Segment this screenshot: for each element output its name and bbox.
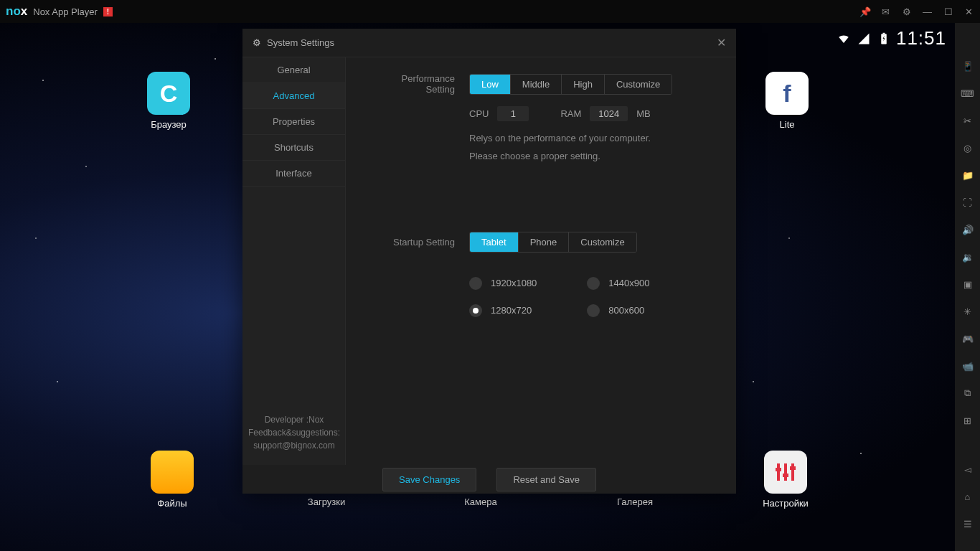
right-toolbar: 📱 ⌨ ✂ ◎ 📁 ⛶ 🔊 🔉 ▣ ✳ 🎮 📹 ⧉ ⊞ ◅ ⌂ ☰ — [955, 23, 980, 551]
volume-down-icon[interactable]: 🔉 — [961, 250, 975, 264]
settings-sidebar: GeneralAdvancedPropertiesShortcutsInterf… — [242, 57, 346, 465]
perf-option-middle[interactable]: Middle — [511, 75, 562, 94]
save-button[interactable]: Save Changes — [382, 468, 476, 491]
resolution-1280x720[interactable]: 1280x720 — [469, 304, 537, 317]
reset-button[interactable]: Reset and Save — [496, 468, 596, 491]
startup-option-tablet[interactable]: Tablet — [470, 232, 519, 252]
feedback-line: Feedback&suggestions: — [247, 426, 341, 439]
titlebar: nox Nox App Player ! 📌 ✉ ⚙ — ☐ ✕ — [0, 0, 980, 23]
resolution-1920x1080[interactable]: 1920x1080 — [469, 277, 537, 290]
svg-rect-7 — [790, 466, 796, 470]
app-label: Галерея — [603, 496, 667, 507]
controller-icon[interactable]: 🎮 — [961, 331, 975, 346]
radio-dot — [587, 304, 600, 317]
android-viewport: 11:51 CБраузерfLiteФайлыЗагрузкиКамераГа… — [0, 23, 955, 551]
rotate-icon[interactable]: 📱 — [961, 59, 975, 73]
cpu-label: CPU — [469, 108, 489, 119]
startup-option-customize[interactable]: Customize — [569, 232, 636, 252]
app-label: Lite — [755, 119, 819, 130]
resolution-800x600[interactable]: 800x600 — [587, 304, 649, 317]
app-settings[interactable]: Настройки — [753, 451, 818, 509]
performance-row: Performance Setting LowMiddleHighCustomi… — [370, 73, 712, 95]
radio-dot — [587, 277, 600, 290]
perf-option-customize[interactable]: Customize — [605, 75, 672, 94]
record-icon[interactable]: 📹 — [961, 359, 975, 373]
performance-help-1: Relys on the performance of your compute… — [469, 131, 712, 146]
app-files[interactable]: Файлы — [140, 451, 204, 509]
app-label: Настройки — [753, 498, 818, 509]
performance-help-2: Please choose a proper setting. — [469, 149, 712, 164]
gear-icon[interactable]: ⚙ — [901, 6, 912, 17]
apk-icon[interactable]: ▣ — [961, 277, 975, 291]
tab-general[interactable]: General — [242, 57, 345, 83]
logo: nox — [6, 4, 27, 19]
shake-icon[interactable]: ✳ — [961, 304, 975, 319]
resolution-grid: 1920x10801280x720 1440x900800x600 — [469, 277, 712, 317]
developer-line: Developer :Nox — [247, 413, 341, 426]
app-downloads[interactable]: Загрузки — [294, 496, 359, 507]
add-icon[interactable]: ⊞ — [961, 413, 975, 428]
maximize-icon[interactable]: ☐ — [943, 6, 953, 17]
ram-value[interactable]: 1024 — [590, 106, 628, 121]
svg-rect-4 — [791, 463, 794, 481]
settings-footer: Save Changes Reset and Save — [242, 465, 736, 494]
pin-icon[interactable]: 📌 — [859, 6, 870, 17]
support-email: support@bignox.com — [247, 439, 341, 452]
radio-dot — [469, 304, 482, 317]
multi-icon[interactable]: ⧉ — [961, 386, 975, 400]
back-icon[interactable]: ◅ — [961, 462, 975, 476]
svg-rect-5 — [776, 468, 781, 471]
tab-properties[interactable]: Properties — [242, 109, 345, 135]
alert-badge[interactable]: ! — [103, 7, 113, 17]
app-camera[interactable]: Камера — [448, 496, 513, 507]
cpu-value[interactable]: 1 — [497, 106, 529, 121]
app-gallery[interactable]: Галерея — [603, 496, 667, 507]
resolution-label: 1280x720 — [491, 305, 532, 316]
perf-option-low[interactable]: Low — [470, 75, 511, 94]
close-icon[interactable]: ✕ — [717, 36, 726, 50]
location-icon[interactable]: ◎ — [961, 141, 975, 155]
ram-unit: MB — [636, 108, 651, 119]
performance-segmented: LowMiddleHighCustomize — [469, 74, 672, 95]
app-lite[interactable]: fLite — [755, 72, 819, 130]
resolution-1440x900[interactable]: 1440x900 — [587, 277, 649, 290]
startup-label: Startup Setting — [370, 237, 469, 248]
tab-interface[interactable]: Interface — [242, 161, 345, 187]
radio-dot — [469, 277, 482, 290]
minimize-icon[interactable]: — — [922, 6, 933, 17]
settings-window: ⚙ System Settings ✕ GeneralAdvancedPrope… — [242, 29, 736, 494]
app-label: Загрузки — [294, 496, 359, 507]
resolution-label: 1920x1080 — [491, 278, 537, 288]
ram-label: RAM — [560, 108, 581, 119]
keyboard-icon[interactable]: ⌨ — [961, 86, 975, 100]
fullscreen-icon[interactable]: ⛶ — [961, 195, 975, 209]
perf-option-high[interactable]: High — [562, 75, 605, 94]
app-label: Файлы — [140, 498, 204, 509]
svg-rect-6 — [783, 474, 788, 477]
settings-content: Performance Setting LowMiddleHighCustomi… — [346, 57, 736, 465]
startup-option-phone[interactable]: Phone — [519, 232, 570, 252]
app-label: Браузер — [136, 119, 201, 130]
volume-up-icon[interactable]: 🔊 — [961, 222, 975, 237]
settings-titlebar: ⚙ System Settings ✕ — [242, 29, 736, 57]
folder-icon[interactable]: 📁 — [961, 168, 975, 182]
developer-info: Developer :Nox Feedback&suggestions: sup… — [242, 413, 346, 452]
tab-shortcuts[interactable]: Shortcuts — [242, 135, 345, 161]
tab-advanced[interactable]: Advanced — [242, 83, 345, 109]
recent-icon[interactable]: ☰ — [961, 517, 975, 531]
mail-icon[interactable]: ✉ — [880, 6, 891, 17]
titlebar-controls: 📌 ✉ ⚙ — ☐ ✕ — [859, 6, 974, 17]
svg-rect-3 — [784, 463, 787, 481]
close-icon[interactable]: ✕ — [963, 6, 974, 17]
resolution-label: 1440x900 — [608, 278, 649, 288]
settings-title: System Settings — [267, 37, 334, 48]
startup-row: Startup Setting TabletPhoneCustomize — [370, 232, 712, 253]
home-icon[interactable]: ⌂ — [961, 489, 975, 504]
scissors-icon[interactable]: ✂ — [961, 113, 975, 128]
performance-label: Performance Setting — [370, 73, 469, 95]
cpu-ram-row: CPU 1 RAM 1024 MB — [469, 106, 712, 121]
startup-segmented: TabletPhoneCustomize — [469, 232, 637, 253]
app-title: Nox App Player — [33, 6, 98, 17]
app-browser[interactable]: CБраузер — [136, 72, 201, 130]
resolution-label: 800x600 — [608, 305, 644, 316]
